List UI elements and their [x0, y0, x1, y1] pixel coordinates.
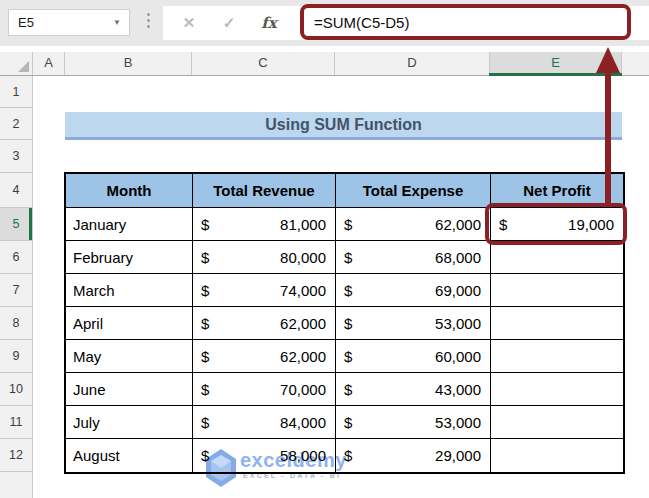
- excel-window: E5 ▼ ✕ ✓ fx =SUM(C5-D5) A B C D E 1 2 3 …: [0, 0, 649, 498]
- formula-input[interactable]: =SUM(C5-D5): [304, 14, 409, 31]
- cell-b5-month[interactable]: January: [66, 208, 193, 241]
- table-header-expense[interactable]: Total Expense: [336, 174, 491, 208]
- cell-e11-profit-empty[interactable]: [491, 406, 623, 439]
- cell-d9-expense[interactable]: $60,000: [336, 340, 491, 373]
- cell-c12-revenue[interactable]: $58,000: [193, 439, 336, 472]
- cell-value: 84,000: [280, 414, 326, 431]
- cell-value: 62,000: [280, 348, 326, 365]
- formula-bar-chrome: E5 ▼ ✕ ✓ fx =SUM(C5-D5): [0, 0, 649, 46]
- cell-d10-expense[interactable]: $43,000: [336, 373, 491, 406]
- currency-symbol: $: [201, 414, 209, 431]
- cell-c5-revenue[interactable]: $81,000: [193, 208, 336, 241]
- enter-icon[interactable]: ✓: [209, 14, 249, 32]
- currency-symbol: $: [201, 216, 209, 233]
- cell-e6-profit-empty[interactable]: [491, 241, 623, 274]
- cell-e10-profit-empty[interactable]: [491, 373, 623, 406]
- cell-b9-month[interactable]: May: [66, 340, 193, 373]
- row-header-2[interactable]: 2: [0, 108, 32, 140]
- currency-symbol: $: [344, 447, 352, 464]
- row-header-1[interactable]: 1: [0, 76, 32, 108]
- currency-symbol: $: [344, 216, 352, 233]
- select-all-corner[interactable]: [0, 52, 33, 75]
- cell-value: 60,000: [435, 348, 481, 365]
- currency-symbol: $: [201, 447, 209, 464]
- data-table: Month Total Revenue Total Expense Net Pr…: [64, 172, 625, 474]
- column-header-a[interactable]: A: [33, 52, 65, 75]
- row-header-6[interactable]: 6: [0, 241, 32, 274]
- currency-symbol: $: [201, 315, 209, 332]
- cell-e8-profit-empty[interactable]: [491, 307, 623, 340]
- column-header-d[interactable]: D: [335, 52, 490, 75]
- cell-b12-month[interactable]: August: [66, 439, 193, 472]
- row-header-9[interactable]: 9: [0, 340, 32, 373]
- cell-d7-expense[interactable]: $69,000: [336, 274, 491, 307]
- currency-symbol: $: [344, 282, 352, 299]
- name-box-dropdown-icon[interactable]: ▼: [105, 18, 129, 27]
- cell-b7-month[interactable]: March: [66, 274, 193, 307]
- currency-symbol: $: [201, 282, 209, 299]
- column-header-e-selected[interactable]: E: [490, 52, 622, 75]
- cancel-icon[interactable]: ✕: [169, 14, 209, 32]
- cell-c10-revenue[interactable]: $70,000: [193, 373, 336, 406]
- column-header-b[interactable]: B: [65, 52, 192, 75]
- row-header-3[interactable]: 3: [0, 140, 32, 173]
- title-banner-cell[interactable]: Using SUM Function: [65, 112, 622, 140]
- currency-symbol: $: [344, 315, 352, 332]
- row-header-12[interactable]: 12: [0, 439, 32, 472]
- table-header-month[interactable]: Month: [66, 174, 193, 208]
- currency-symbol: $: [201, 348, 209, 365]
- cell-c11-revenue[interactable]: $84,000: [193, 406, 336, 439]
- cell-value: 69,000: [435, 282, 481, 299]
- row-header-5-selected[interactable]: 5: [0, 208, 32, 241]
- currency-symbol: $: [201, 381, 209, 398]
- currency-symbol: $: [344, 414, 352, 431]
- cell-d5-expense[interactable]: $62,000: [336, 208, 491, 241]
- row-header-11[interactable]: 11: [0, 406, 32, 439]
- cell-d12-expense[interactable]: $29,000: [336, 439, 491, 472]
- row-header-4[interactable]: 4: [0, 173, 32, 208]
- row-header-7[interactable]: 7: [0, 274, 32, 307]
- row-header-10[interactable]: 10: [0, 373, 32, 406]
- formula-bar-highlight-box: =SUM(C5-D5): [300, 4, 631, 40]
- cell-value: 53,000: [435, 315, 481, 332]
- cell-e12-profit-empty[interactable]: [491, 439, 623, 472]
- cell-value: 81,000: [280, 216, 326, 233]
- cell-b8-month[interactable]: April: [66, 307, 193, 340]
- cell-b11-month[interactable]: July: [66, 406, 193, 439]
- cell-b10-month[interactable]: June: [66, 373, 193, 406]
- row-header-8[interactable]: 8: [0, 307, 32, 340]
- cell-d6-expense[interactable]: $68,000: [336, 241, 491, 274]
- cell-value: 29,000: [435, 447, 481, 464]
- column-header-strip: A B C D E: [0, 52, 649, 76]
- currency-symbol: $: [344, 381, 352, 398]
- sheet-title: Using SUM Function: [265, 116, 421, 134]
- cell-value: 70,000: [280, 381, 326, 398]
- cell-e5-profit-selected[interactable]: $19,000: [491, 208, 623, 241]
- insert-function-icon[interactable]: fx: [249, 14, 289, 32]
- cell-d11-expense[interactable]: $53,000: [336, 406, 491, 439]
- cell-c9-revenue[interactable]: $62,000: [193, 340, 336, 373]
- table-header-profit[interactable]: Net Profit: [491, 174, 623, 208]
- row-header-strip: 1 2 3 4 5 6 7 8 9 10 11 12: [0, 76, 33, 498]
- cell-value: 58,000: [280, 447, 326, 464]
- cell-value: 80,000: [280, 249, 326, 266]
- cell-value: 62,000: [435, 216, 481, 233]
- cell-c8-revenue[interactable]: $62,000: [193, 307, 336, 340]
- formula-bar-drag-handle-icon: [147, 13, 150, 28]
- column-header-c[interactable]: C: [192, 52, 335, 75]
- cell-d8-expense[interactable]: $53,000: [336, 307, 491, 340]
- cell-value: 68,000: [435, 249, 481, 266]
- cell-c6-revenue[interactable]: $80,000: [193, 241, 336, 274]
- cell-e7-profit-empty[interactable]: [491, 274, 623, 307]
- cell-value: 53,000: [435, 414, 481, 431]
- cell-e9-profit-empty[interactable]: [491, 340, 623, 373]
- table-header-revenue[interactable]: Total Revenue: [193, 174, 336, 208]
- column-header-filler: [622, 52, 649, 75]
- currency-symbol: $: [344, 348, 352, 365]
- cell-value: 43,000: [435, 381, 481, 398]
- currency-symbol: $: [344, 249, 352, 266]
- name-box[interactable]: E5 ▼: [8, 9, 130, 36]
- row-header-partial[interactable]: [0, 472, 32, 498]
- cell-b6-month[interactable]: February: [66, 241, 193, 274]
- cell-c7-revenue[interactable]: $74,000: [193, 274, 336, 307]
